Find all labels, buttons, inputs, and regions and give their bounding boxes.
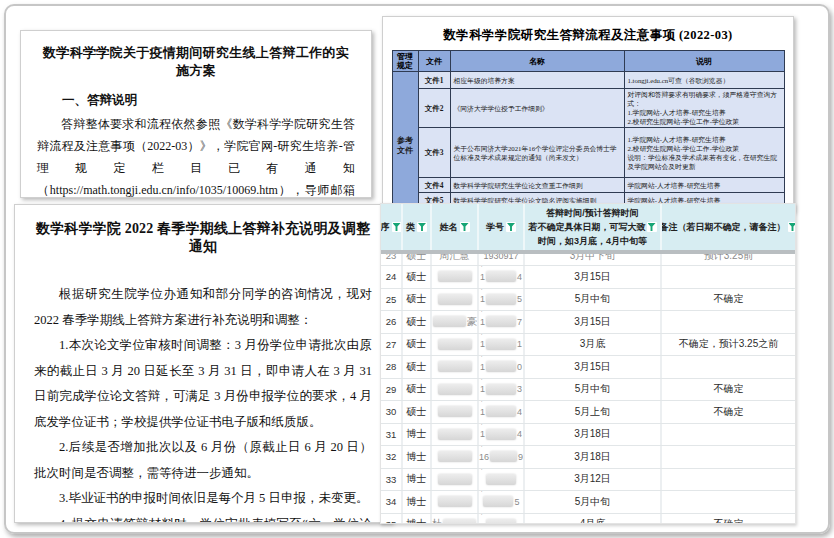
process-desc-cell: 学院网站-人才培养-研究生培养: [624, 178, 784, 193]
filter-icon[interactable]: [460, 222, 470, 232]
process-header-name: 名称: [450, 51, 624, 72]
notice-paragraph: 3.毕业证书的申报时间依旧是每个月 5 日申报，未变更。: [34, 486, 372, 512]
filter-icon[interactable]: [647, 222, 657, 232]
process-document-panel: 数学科学学院研究生答辩流程及注意事项 (2022-03) 管理规定文件名称说明参…: [382, 16, 794, 212]
cell-degree: 硕士: [401, 289, 430, 311]
cell-note: 不确定: [660, 379, 795, 401]
process-name-cell: 关于公布同济大学2021年16个学位评定分委员会博士学位标准及学术成果规定的通知…: [450, 128, 624, 178]
cell-row-number: 28: [381, 356, 401, 378]
cell-row-number: 27: [381, 334, 401, 356]
process-table-header-row: 管理规定文件名称说明: [392, 51, 784, 72]
sheet-row: 33博士3月12日: [381, 469, 795, 492]
cell-degree: 硕士: [401, 254, 430, 266]
sheet-header-note: 备注（若日期不确定，请备注）: [660, 204, 795, 250]
redaction-blur: [438, 339, 472, 350]
redaction-blur: [438, 429, 472, 440]
name-visible-part: 豪: [467, 315, 477, 329]
cell-defense-time: 3月15日: [523, 266, 660, 288]
cell-student-id: [477, 514, 523, 525]
process-header-desc: 说明: [624, 51, 784, 72]
redaction-blur: [486, 361, 516, 372]
sheet-header-label: 学号: [486, 221, 504, 234]
process-desc-cell: 1.tongji.edu.cn可查（谷歌浏览器）: [624, 72, 784, 89]
cell-name: 豪: [430, 311, 477, 333]
cell-name: [430, 334, 477, 356]
cell-row-number: 32: [381, 446, 401, 468]
cell-row-number: 31: [381, 424, 401, 446]
notice-doc-title: 数学科学学院 2022 春季学期线上答辩补充说明及调整通知: [34, 220, 372, 256]
cell-name: [430, 266, 477, 288]
sid-visible-part: 1: [480, 272, 485, 282]
process-table-row: 参考文件文件1相应年级的培养方案1.tongji.edu.cn可查（谷歌浏览器）: [392, 72, 784, 89]
process-desc-cell: 对评阅和答辩要求有明确要求，须严格遵守查询方式： 1.学院网站-人才培养-研究生…: [624, 89, 784, 128]
cell-defense-time: 5月中旬: [523, 491, 660, 513]
process-name-cell: 相应年级的培养方案: [450, 72, 624, 89]
sheet-header-label: 答辩时间/预计答辩时间: [546, 207, 639, 219]
redaction-blur: [486, 271, 516, 282]
sheet-row: 25硕士155月中旬不确定: [381, 289, 795, 312]
sid-visible-part: 4: [517, 429, 522, 439]
cell-row-number: 24: [381, 266, 401, 288]
redaction-blur: [438, 496, 472, 507]
cell-student-id: 15: [477, 289, 523, 311]
process-table-row: 文件2《同济大学学位授予工作细则》对评阅和答辩要求有明确要求，须严格遵守查询方式…: [392, 89, 784, 128]
sid-visible-part: 4: [517, 407, 522, 417]
cell-student-id: 17: [477, 311, 523, 333]
cell-student-id: 11: [477, 334, 523, 356]
redaction-blur: [483, 496, 513, 507]
sid-visible-part: 0: [517, 362, 522, 372]
process-file-cell: 文件2: [418, 89, 450, 128]
cell-student-id: 14: [477, 424, 523, 446]
sheet-header-row: 序类姓名学号答辩时间/预计答辩时间若不确定具体日期，可写大致时间，如3月底，4月…: [381, 204, 795, 250]
redaction-blur: [433, 316, 466, 327]
sheet-row: 28硕士103月15日: [381, 356, 795, 379]
cell-name: [430, 469, 477, 491]
sid-visible-part: 9: [518, 452, 523, 462]
cell-student-id: [477, 469, 523, 491]
process-table-row: 文件3关于公布同济大学2021年16个学位评定分委员会博士学位标准及学术成果规定…: [392, 128, 784, 178]
cell-degree: 硕士: [401, 266, 430, 288]
cell-note: [660, 311, 795, 333]
cell-student-id: 1930917: [477, 254, 523, 266]
cell-degree: 博士: [401, 514, 430, 525]
collage-canvas: 数学科学学院关于疫情期间研究生线上答辩工作的实施方案 一、答辩说明 答辩整体要求…: [0, 0, 834, 538]
cell-degree: 硕士: [401, 356, 430, 378]
redaction-blur: [486, 429, 516, 440]
sheet-body: 23硕士周汇慧19309173月中下旬预计3.25前24硕士143月15日25硕…: [381, 254, 795, 524]
redaction-blur: [486, 406, 516, 417]
cell-name: [430, 401, 477, 423]
cell-defense-time: 3月18日: [523, 424, 660, 446]
filter-funnel-glyph: [393, 223, 401, 231]
redaction-blur: [438, 451, 472, 462]
filter-icon[interactable]: [788, 222, 796, 232]
sheet-row: 34博士55月中旬: [381, 491, 795, 514]
process-doc-title: 数学科学学院研究生答辩流程及注意事项 (2022-03): [383, 27, 793, 44]
process-group-cell: 参考文件: [392, 72, 418, 212]
sheet-row: 23硕士周汇慧19309173月中下旬预计3.25前: [381, 254, 795, 266]
cell-degree: 博士: [401, 446, 430, 468]
cell-degree: 博士: [401, 491, 430, 513]
sheet-row: 27硕士113月底不确定，预计3.25之前: [381, 334, 795, 357]
cell-note: 不确定: [660, 514, 795, 525]
cell-name: 杜: [430, 514, 477, 525]
sheet-header-sublabel: 若不确定具体日期，可写大致: [529, 221, 657, 233]
filter-icon[interactable]: [506, 222, 516, 232]
cell-note: 不确定: [660, 401, 795, 423]
process-file-cell: 文件1: [418, 72, 450, 89]
cell-note: [660, 266, 795, 288]
cell-defense-time: 3月15日: [523, 311, 660, 333]
process-name-cell: 《同济大学学位授予工作细则》: [450, 89, 624, 128]
filter-icon[interactable]: [417, 222, 427, 232]
filter-icon[interactable]: [392, 222, 402, 232]
sid-text: 1930917: [483, 254, 518, 261]
cell-degree: 硕士: [401, 311, 430, 333]
cell-name: [430, 356, 477, 378]
notice-paragraph: 根据研究生院学位办通知和部分同学的咨询情况，现对 2022 春季学期线上答辩方案…: [34, 282, 372, 333]
sheet-row: 32博士1693月18日: [381, 446, 795, 469]
sid-visible-part: 4: [517, 272, 522, 282]
sheet-row: 29硕士135月中旬不确定: [381, 379, 795, 402]
cell-note: 不确定: [660, 289, 795, 311]
cell-degree: 硕士: [401, 379, 430, 401]
redaction-blur: [438, 361, 472, 372]
cell-degree: 硕士: [401, 401, 430, 423]
